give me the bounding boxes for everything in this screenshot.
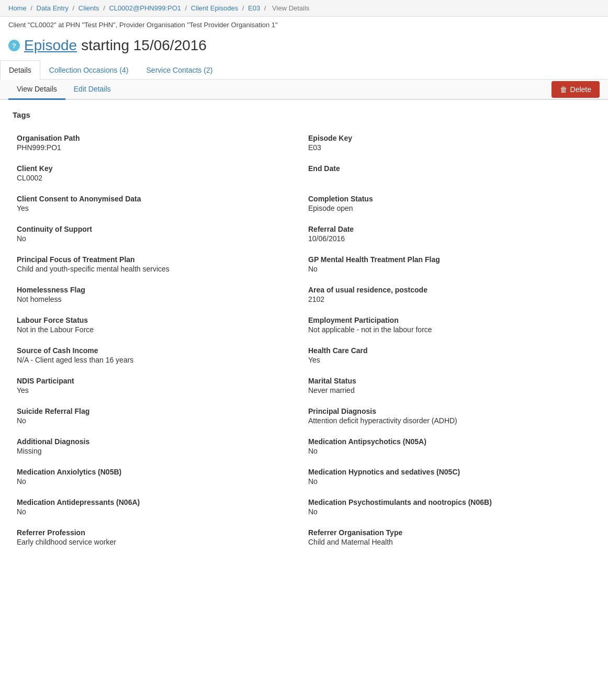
field-label: Referrer Profession — [17, 528, 300, 537]
field-label: Organisation Path — [17, 134, 300, 142]
field-label: Medication Antidepressants (N06A) — [17, 498, 300, 506]
field-value: Child and youth-specific mental health s… — [17, 265, 300, 273]
client-info: Client "CL0002" at PHN "Test PHN", Provi… — [0, 17, 608, 33]
field-item: Labour Force Status Not in the Labour Fo… — [13, 310, 304, 340]
field-label: Client Key — [17, 164, 300, 173]
field-value: No — [17, 477, 300, 486]
field-item: Medication Psychostimulants and nootropi… — [304, 492, 595, 522]
field-value: No — [308, 507, 591, 516]
field-item: Suicide Referral Flag No — [13, 401, 304, 431]
field-label: Marital Status — [308, 377, 591, 385]
page-title-container: ? Episode starting 15/06/2016 — [0, 33, 608, 60]
field-label: NDIS Participant — [17, 377, 300, 385]
breadcrumb-current: View Details — [272, 4, 309, 12]
field-item: GP Mental Health Treatment Plan Flag No — [304, 249, 595, 279]
field-label: Employment Participation — [308, 316, 591, 324]
field-value: Attention deficit hyperactivity disorder… — [308, 416, 591, 425]
field-label: End Date — [308, 164, 591, 173]
tab-edit-details[interactable]: Edit Details — [65, 80, 119, 100]
field-item: Principal Focus of Treatment Plan Child … — [13, 249, 304, 279]
field-label: Labour Force Status — [17, 316, 300, 324]
tab-view-details[interactable]: View Details — [8, 80, 65, 100]
tab-service-contacts[interactable]: Service Contacts (2) — [138, 60, 222, 80]
field-label: Source of Cash Income — [17, 346, 300, 355]
field-value: Not homeless — [17, 295, 300, 303]
trash-icon: 🗑 — [560, 85, 567, 94]
field-label: Homelessness Flag — [17, 286, 300, 294]
field-label: Client Consent to Anonymised Data — [17, 195, 300, 203]
field-value: Not applicable - not in the labour force — [308, 325, 591, 334]
field-item: End Date — [304, 158, 595, 188]
field-item: Referrer Organisation Type Child and Mat… — [304, 522, 595, 552]
field-item: Employment Participation Not applicable … — [304, 310, 595, 340]
field-item: Client Consent to Anonymised Data Yes — [13, 188, 304, 219]
fields-grid: Organisation Path PHN999:PO1 Episode Key… — [13, 128, 595, 552]
field-item: Episode Key E03 — [304, 128, 595, 158]
field-value: Never married — [308, 386, 591, 394]
field-label: Medication Antipsychotics (N05A) — [308, 437, 591, 446]
field-value: Yes — [17, 386, 300, 394]
field-label: GP Mental Health Treatment Plan Flag — [308, 255, 591, 264]
field-value: Yes — [308, 356, 591, 364]
field-label: Medication Hypnotics and sedatives (N05C… — [308, 468, 591, 476]
breadcrumb-episode-id[interactable]: E03 — [248, 4, 260, 12]
breadcrumb-data-entry[interactable]: Data Entry — [37, 4, 69, 12]
field-value: 10/06/2016 — [308, 234, 591, 243]
breadcrumb-client-episodes[interactable]: Client Episodes — [191, 4, 238, 12]
field-value: Child and Maternal Health — [308, 538, 591, 546]
field-item: Referral Date 10/06/2016 — [304, 219, 595, 249]
tags-section-title: Tags — [13, 110, 595, 119]
field-item: Medication Anxiolytics (N05B) No — [13, 461, 304, 492]
field-item: Marital Status Never married — [304, 370, 595, 401]
field-label: Suicide Referral Flag — [17, 407, 300, 415]
title-text: starting 15/06/2016 — [81, 37, 207, 54]
breadcrumb: Home / Data Entry / Clients / CL0002@PHN… — [0, 0, 608, 17]
tab-collection-occasions[interactable]: Collection Occasions (4) — [40, 60, 138, 80]
field-label: Principal Focus of Treatment Plan — [17, 255, 300, 264]
field-value: No — [17, 507, 300, 516]
primary-tabs: Details Collection Occasions (4) Service… — [0, 60, 608, 80]
delete-button[interactable]: 🗑 Delete — [551, 81, 600, 98]
field-value: No — [17, 234, 300, 243]
field-label: Episode Key — [308, 134, 591, 142]
breadcrumb-client-id[interactable]: CL0002@PHN999:PO1 — [109, 4, 181, 12]
field-item: Referrer Profession Early childhood serv… — [13, 522, 304, 552]
field-value: 2102 — [308, 295, 591, 303]
field-value: No — [308, 447, 591, 455]
field-label: Health Care Card — [308, 346, 591, 355]
field-label: Medication Anxiolytics (N05B) — [17, 468, 300, 476]
field-label: Continuity of Support — [17, 225, 300, 233]
field-value: Missing — [17, 447, 300, 455]
field-value: Early childhood service worker — [17, 538, 300, 546]
secondary-tabs-bar: View Details Edit Details 🗑 Delete — [0, 80, 608, 100]
field-item: Medication Hypnotics and sedatives (N05C… — [304, 461, 595, 492]
field-value: CL0002 — [17, 174, 300, 182]
field-value: No — [308, 265, 591, 273]
field-item: Continuity of Support No — [13, 219, 304, 249]
field-item: Homelessness Flag Not homeless — [13, 279, 304, 310]
tab-details[interactable]: Details — [0, 60, 40, 80]
field-item: Medication Antipsychotics (N05A) No — [304, 431, 595, 461]
field-label: Area of usual residence, postcode — [308, 286, 591, 294]
field-label: Completion Status — [308, 195, 591, 203]
field-item: Area of usual residence, postcode 2102 — [304, 279, 595, 310]
field-item: Principal Diagnosis Attention deficit hy… — [304, 401, 595, 431]
breadcrumb-home[interactable]: Home — [8, 4, 27, 12]
breadcrumb-clients[interactable]: Clients — [78, 4, 99, 12]
field-item: Organisation Path PHN999:PO1 — [13, 128, 304, 158]
field-label: Additional Diagnosis — [17, 437, 300, 446]
field-item: Source of Cash Income N/A - Client aged … — [13, 340, 304, 370]
field-item: Completion Status Episode open — [304, 188, 595, 219]
field-value: No — [17, 416, 300, 425]
field-label: Referral Date — [308, 225, 591, 233]
field-value: Not in the Labour Force — [17, 325, 300, 334]
field-item: Health Care Card Yes — [304, 340, 595, 370]
field-value: E03 — [308, 143, 591, 152]
help-icon[interactable]: ? — [8, 40, 20, 51]
episode-link[interactable]: Episode — [24, 37, 77, 54]
field-item: Additional Diagnosis Missing — [13, 431, 304, 461]
field-label: Referrer Organisation Type — [308, 528, 591, 537]
field-value: No — [308, 477, 591, 486]
field-value: PHN999:PO1 — [17, 143, 300, 152]
field-value: Episode open — [308, 204, 591, 212]
